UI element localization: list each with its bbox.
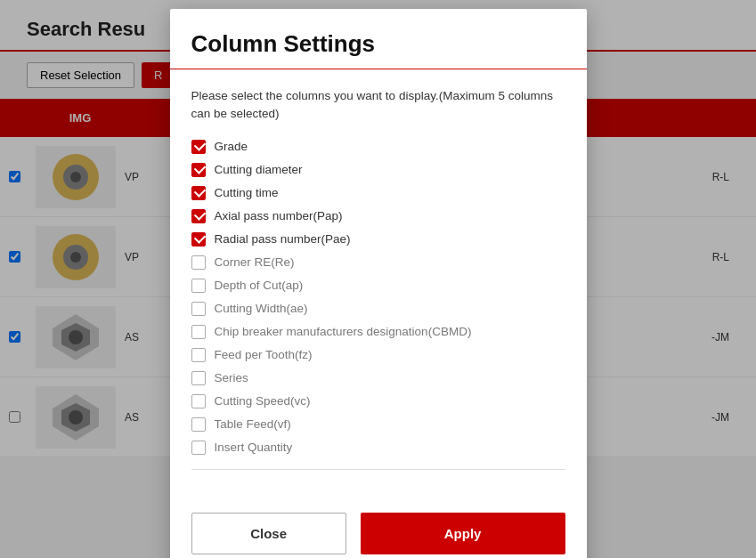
modal-overlay: Column Settings Please select the column… [0,0,756,558]
checkbox-label-table-feed: Table Feed(vf) [215,417,291,431]
checkbox-item-cutting-width[interactable]: Cutting Width(ae) [191,302,565,316]
checkbox-item-radial-pass[interactable]: Radial pass number(Pae) [191,232,565,247]
checkbox-label-radial-pass: Radial pass number(Pae) [215,232,351,246]
checkbox-label-depth-of-cut: Depth of Cut(ap) [215,279,304,292]
checkbox-list: Grade Cutting diameter Cutting time Axia… [191,140,565,455]
modal-title: Column Settings [191,30,565,58]
checkbox-icon-cutting-speed [191,394,206,408]
checkbox-icon-insert-quantity [191,441,206,455]
checkbox-item-cutting-time[interactable]: Cutting time [191,186,565,200]
checkbox-icon-chip-breaker [191,325,206,339]
checkbox-icon-cutting-time [191,186,206,200]
checkbox-icon-corner-re [191,255,206,270]
checkbox-item-feed-per-tooth[interactable]: Feed per Tooth(fz) [191,348,565,362]
checkbox-icon-grade [191,140,206,154]
checkbox-label-cutting-speed: Cutting Speed(vc) [215,394,311,408]
checkbox-icon-depth-of-cut [191,279,206,293]
checkbox-item-table-feed[interactable]: Table Feed(vf) [191,417,565,432]
checkbox-label-cutting-width: Cutting Width(ae) [215,302,308,315]
checkbox-label-cutting-diameter: Cutting diameter [215,163,303,176]
checkbox-item-grade[interactable]: Grade [191,140,565,154]
checkbox-label-grade: Grade [215,140,248,153]
checkbox-label-feed-per-tooth: Feed per Tooth(fz) [215,348,313,361]
checkbox-item-insert-quantity[interactable]: Insert Quantity [191,441,565,455]
modal-header: Column Settings [170,9,587,69]
checkbox-label-chip-breaker: Chip breaker manufacturers designation(C… [215,325,472,338]
checkbox-label-series: Series [215,371,248,384]
modal-body: Please select the columns you want to di… [170,69,587,502]
checkbox-item-chip-breaker[interactable]: Chip breaker manufacturers designation(C… [191,325,565,339]
modal-description: Please select the columns you want to di… [191,87,565,124]
checkbox-icon-series [191,371,206,385]
checkbox-icon-axial-pass [191,209,206,223]
checkbox-item-series[interactable]: Series [191,371,565,385]
checkbox-icon-cutting-diameter [191,163,206,177]
modal-divider [191,469,565,470]
checkbox-label-insert-quantity: Insert Quantity [215,441,293,454]
checkbox-item-cutting-diameter[interactable]: Cutting diameter [191,163,565,177]
checkbox-label-corner-re: Corner RE(Re) [215,255,295,269]
modal-footer: Close Apply [170,502,587,559]
close-button[interactable]: Close [191,513,346,554]
checkbox-item-cutting-speed[interactable]: Cutting Speed(vc) [191,394,565,408]
apply-button[interactable]: Apply [361,513,565,554]
checkbox-icon-cutting-width [191,302,206,316]
column-settings-modal: Column Settings Please select the column… [170,9,587,558]
checkbox-item-corner-re[interactable]: Corner RE(Re) [191,255,565,270]
checkbox-item-axial-pass[interactable]: Axial pass number(Pap) [191,209,565,223]
checkbox-icon-radial-pass [191,232,206,247]
checkbox-item-depth-of-cut[interactable]: Depth of Cut(ap) [191,279,565,293]
checkbox-icon-table-feed [191,417,206,432]
checkbox-label-cutting-time: Cutting time [215,186,279,199]
checkbox-label-axial-pass: Axial pass number(Pap) [215,209,343,222]
checkbox-icon-feed-per-tooth [191,348,206,362]
